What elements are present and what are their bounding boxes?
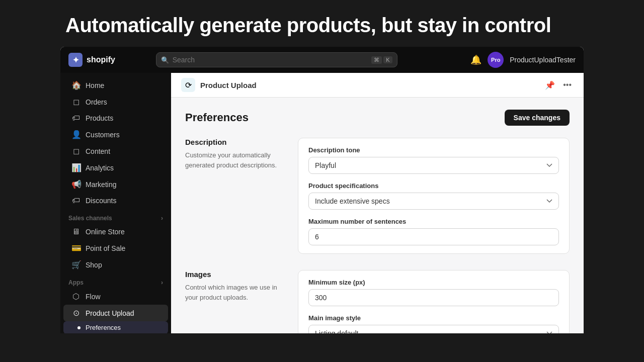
description-heading: Description: [185, 138, 286, 146]
content-area: ⟳ Product Upload 📌 ••• Preferences Save …: [171, 73, 584, 333]
search-bar: 🔍 ⌘ K: [156, 52, 397, 67]
sidebar-item-content[interactable]: ◻ Content: [63, 143, 168, 159]
min-size-label: Minimum size (px): [308, 279, 559, 286]
specs-group: Product specifications Include extensive…: [308, 182, 559, 210]
sidebar-item-customers[interactable]: 👤 Customers: [63, 126, 168, 143]
search-shortcut: ⌘ K: [371, 56, 392, 64]
sidebar-item-online-store[interactable]: 🖥 Online Store: [63, 224, 168, 240]
sales-channels-label: Sales channels: [68, 215, 112, 222]
sidebar-item-pos[interactable]: 💳 Point of Sale: [63, 240, 168, 256]
notification-bell[interactable]: 🔔: [470, 54, 481, 65]
product-upload-icon: ⊙: [71, 308, 80, 318]
sidebar-label-customers: Customers: [86, 131, 120, 139]
min-size-input[interactable]: [308, 289, 559, 306]
sidebar-item-discounts[interactable]: 🏷 Discounts: [63, 193, 168, 209]
description-tone-group: Description tone PlayfulProfessionalCasu…: [308, 146, 559, 174]
content-icon: ◻: [71, 146, 80, 156]
apps-section: Apps ›: [60, 273, 171, 288]
preferences-header: Preferences Save changes: [185, 110, 570, 126]
app-header-actions: 📌 •••: [543, 78, 574, 92]
marketing-icon: 📢: [71, 179, 80, 189]
main-style-label: Main image style: [308, 314, 559, 322]
sidebar-item-shop[interactable]: 🛒 Shop: [63, 256, 168, 273]
images-section: Images Control which images we use in yo…: [185, 270, 570, 333]
sidebar-sub-preferences[interactable]: Preferences: [63, 321, 168, 333]
sidebar-sub-label-preferences: Preferences: [86, 324, 121, 331]
sidebar-label-online-store: Online Store: [86, 228, 125, 236]
sidebar-item-marketing[interactable]: 📢 Marketing: [63, 176, 168, 193]
description-section: Description Customize your automatically…: [185, 138, 570, 254]
sidebar-label-orders: Orders: [86, 98, 107, 106]
sidebar-item-flow[interactable]: ⬡ Flow: [63, 288, 168, 305]
top-nav: ✦ shopify 🔍 ⌘ K 🔔 Pro ProductUploadTeste…: [60, 47, 584, 73]
images-desc: Control which images we use in your prod…: [185, 283, 286, 302]
store-name: ProductUploadTester: [510, 56, 576, 64]
description-desc: Customize your automatically generated p…: [185, 150, 286, 170]
main-style-select[interactable]: Listing defaultSquarePortraitLandscape: [308, 325, 559, 333]
sidebar: 🏠 Home ◻ Orders 🏷 Products 👤 Customers ◻…: [60, 73, 171, 333]
chevron-right-icon: ›: [161, 215, 163, 222]
shop-icon: 🛒: [71, 260, 80, 269]
flow-icon: ⬡: [71, 292, 80, 301]
search-icon: 🔍: [161, 56, 169, 64]
online-store-icon: 🖥: [71, 227, 80, 236]
tone-label: Description tone: [308, 146, 559, 154]
description-section-left: Description Customize your automatically…: [185, 138, 286, 254]
sales-channels-section: Sales channels ›: [60, 209, 171, 224]
tone-select[interactable]: PlayfulProfessionalCasualFormal: [308, 157, 559, 174]
app-header-title: Product Upload: [200, 81, 257, 89]
home-icon: 🏠: [71, 80, 80, 90]
customers-icon: 👤: [71, 130, 80, 139]
sidebar-item-products[interactable]: 🏷 Products: [63, 110, 168, 126]
app-header-icon: ⟳: [181, 78, 195, 92]
orders-icon: ◻: [71, 97, 80, 107]
sidebar-label-discounts: Discounts: [86, 197, 116, 205]
products-icon: 🏷: [71, 114, 80, 123]
max-sentences-input[interactable]: [308, 228, 559, 245]
max-sentences-label: Maximum number of sentences: [308, 218, 559, 225]
hero-title: Automatically generate products, but sta…: [0, 0, 644, 47]
max-sentences-group: Maximum number of sentences: [308, 218, 559, 245]
sidebar-item-product-upload[interactable]: ⊙ Product Upload: [63, 305, 168, 321]
dot-icon: [77, 326, 80, 329]
shopify-logo: ✦ shopify: [68, 53, 115, 67]
pos-icon: 💳: [71, 243, 80, 253]
discounts-icon: 🏷: [71, 196, 80, 205]
sidebar-item-analytics[interactable]: 📊 Analytics: [63, 159, 168, 176]
description-section-right: Description tone PlayfulProfessionalCasu…: [298, 138, 570, 254]
sidebar-label-analytics: Analytics: [86, 164, 114, 172]
min-size-group: Minimum size (px): [308, 279, 559, 306]
app-header-left: ⟳ Product Upload: [181, 78, 257, 92]
images-section-left: Images Control which images we use in yo…: [185, 270, 286, 333]
sidebar-label-flow: Flow: [86, 293, 101, 301]
sidebar-label-content: Content: [86, 147, 110, 155]
analytics-icon: 📊: [71, 163, 80, 172]
apps-chevron-icon: ›: [161, 279, 163, 286]
apps-label: Apps: [68, 279, 84, 286]
shopify-logo-icon: ✦: [68, 53, 83, 67]
pin-button[interactable]: 📌: [543, 78, 557, 92]
sidebar-label-pos: Point of Sale: [86, 244, 125, 252]
save-changes-button[interactable]: Save changes: [505, 110, 570, 126]
sidebar-label-products: Products: [86, 114, 113, 122]
shopify-logo-text: shopify: [87, 55, 115, 64]
preferences-title: Preferences: [185, 111, 249, 124]
shortcut-key1: ⌘: [371, 56, 382, 64]
search-input[interactable]: [156, 52, 397, 67]
sidebar-label-product-upload: Product Upload: [86, 309, 134, 317]
shopify-frame: ✦ shopify 🔍 ⌘ K 🔔 Pro ProductUploadTeste…: [60, 47, 584, 333]
images-section-right: Minimum size (px) Main image style Listi…: [298, 270, 570, 333]
sidebar-item-home[interactable]: 🏠 Home: [63, 77, 168, 94]
more-button[interactable]: •••: [561, 78, 574, 92]
app-header: ⟳ Product Upload 📌 •••: [171, 73, 584, 98]
sidebar-label-shop: Shop: [86, 261, 102, 269]
preferences-content: Preferences Save changes Description Cus…: [171, 98, 584, 333]
specs-select[interactable]: Include extensive specsInclude basic spe…: [308, 193, 559, 210]
main-style-group: Main image style Listing defaultSquarePo…: [308, 314, 559, 333]
avatar: Pro: [488, 52, 504, 68]
nav-right: 🔔 Pro ProductUploadTester: [470, 52, 576, 68]
main-layout: 🏠 Home ◻ Orders 🏷 Products 👤 Customers ◻…: [60, 73, 584, 333]
sidebar-item-orders[interactable]: ◻ Orders: [63, 94, 168, 110]
sidebar-label-home: Home: [86, 81, 104, 89]
specs-label: Product specifications: [308, 182, 559, 190]
